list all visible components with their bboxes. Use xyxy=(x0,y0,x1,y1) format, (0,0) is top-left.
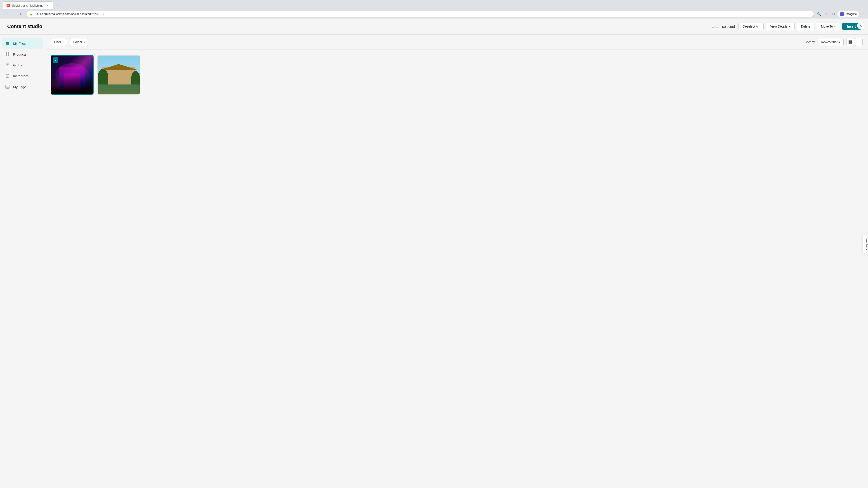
chevron-down-icon: ▾ xyxy=(789,25,790,28)
move-to-chevron-icon: ▾ xyxy=(834,25,836,28)
sidebar-item-my-logo[interactable]: My Logo xyxy=(2,82,43,92)
giphy-label: Giphy xyxy=(13,63,22,67)
svg-rect-12 xyxy=(850,40,852,42)
main-layout: My Files Products xyxy=(0,35,868,488)
svg-rect-17 xyxy=(857,43,860,43)
my-logo-icon xyxy=(4,84,10,90)
bookmark-button[interactable]: ☆ xyxy=(823,11,829,17)
filter-chevron-icon: ▾ xyxy=(62,41,64,43)
my-files-icon xyxy=(4,40,10,46)
my-logo-label: My Logo xyxy=(13,85,26,89)
products-label: Products xyxy=(13,53,26,56)
menu-button[interactable]: ⋮ xyxy=(860,11,866,17)
deselect-all-button[interactable]: Deselect All xyxy=(739,23,764,30)
image-item-2[interactable] xyxy=(97,55,140,95)
sidebar-item-my-files[interactable]: My Files xyxy=(2,38,43,48)
forward-button[interactable]: → xyxy=(10,11,16,17)
my-files-label: My Files xyxy=(13,41,26,45)
action-buttons: View Details ▾ Delete Move To ▾ Insert xyxy=(766,23,861,30)
browser-toolbar: ← → ↻ 🔒 us21.admin.mailchimp.com/social-… xyxy=(0,9,868,19)
url-text: us21.admin.mailchimp.com/social-posts/ed… xyxy=(35,12,104,15)
incognito-button[interactable]: 👤 Incognito xyxy=(837,11,859,17)
sort-controls: Sort by Newest first ▾ xyxy=(805,38,863,46)
instagram-icon xyxy=(4,73,10,79)
app-container: × Content studio 1 item selected Deselec… xyxy=(0,19,868,488)
image-temple xyxy=(98,56,140,94)
selected-count: 1 item selected xyxy=(712,25,735,29)
filter-controls: Filter ▾ Folder ▾ xyxy=(51,38,88,46)
svg-rect-11 xyxy=(848,40,850,42)
move-to-button[interactable]: Move To ▾ xyxy=(817,23,840,30)
tab-title: Social posts | Mailchimp xyxy=(12,4,43,7)
sidebar-item-giphy[interactable]: Giphy xyxy=(2,60,43,70)
svg-rect-1 xyxy=(6,53,7,54)
tab-close-button[interactable]: × xyxy=(45,3,49,7)
grid-view-button[interactable] xyxy=(846,38,854,46)
browser-chrome: M Social posts | Mailchimp × + ← → ↻ 🔒 u… xyxy=(0,0,868,19)
svg-point-10 xyxy=(6,86,7,87)
address-bar[interactable]: 🔒 us21.admin.mailchimp.com/social-posts/… xyxy=(26,11,814,17)
svg-rect-13 xyxy=(848,42,850,43)
lock-icon: 🔒 xyxy=(30,12,33,15)
tab-favicon: M xyxy=(6,4,10,7)
svg-rect-2 xyxy=(8,53,9,54)
header-actions: 1 item selected Deselect All View Detail… xyxy=(712,23,861,30)
new-tab-button[interactable]: + xyxy=(54,2,60,8)
svg-rect-3 xyxy=(6,55,7,56)
view-toggle xyxy=(846,38,863,46)
image-item-1[interactable]: ✓ xyxy=(51,55,94,95)
sidebar: My Files Products xyxy=(0,35,45,488)
browser-tabs-row: M Social posts | Mailchimp × + xyxy=(0,0,868,9)
svg-rect-15 xyxy=(857,41,860,41)
svg-rect-14 xyxy=(850,42,852,43)
folder-chevron-icon: ▾ xyxy=(84,41,85,43)
toolbar-actions: 🔍 ☆ □ 👤 Incognito ⋮ xyxy=(816,11,866,17)
active-browser-tab[interactable]: M Social posts | Mailchimp × xyxy=(3,1,53,9)
svg-point-7 xyxy=(7,75,8,77)
filter-toolbar: Filter ▾ Folder ▾ Sort by Newest first ▾ xyxy=(45,35,868,50)
instagram-label: Instagram xyxy=(13,74,28,78)
sidebar-item-instagram[interactable]: Instagram xyxy=(2,71,43,81)
content-studio-header: Content studio 1 item selected Deselect … xyxy=(0,19,868,35)
selection-toolbar: 1 item selected Deselect All xyxy=(712,23,764,30)
feedback-tab[interactable]: Feedback xyxy=(863,234,868,254)
image-grid: ✓ xyxy=(45,50,868,100)
delete-button[interactable]: Delete xyxy=(797,23,814,30)
folder-button[interactable]: Folder ▾ xyxy=(70,38,88,46)
content-area: Filter ▾ Folder ▾ Sort by Newest first ▾ xyxy=(45,35,868,488)
reload-button[interactable]: ↻ xyxy=(18,11,24,17)
products-icon xyxy=(4,51,10,57)
svg-point-8 xyxy=(8,75,9,75)
sort-by-label: Sort by xyxy=(805,40,815,44)
svg-rect-16 xyxy=(857,42,860,42)
extensions-button[interactable]: □ xyxy=(830,11,837,17)
list-view-button[interactable] xyxy=(855,38,863,46)
back-button[interactable]: ← xyxy=(2,11,8,17)
sort-option-text: Newest first xyxy=(821,40,837,44)
incognito-avatar: 👤 xyxy=(840,12,844,16)
search-button[interactable]: 🔍 xyxy=(816,11,822,17)
content-studio-title: Content studio xyxy=(7,24,42,29)
sort-select[interactable]: Newest first ▾ xyxy=(817,38,844,46)
svg-rect-4 xyxy=(8,55,9,56)
incognito-label: Incognito xyxy=(846,12,857,15)
sort-chevron-icon: ▾ xyxy=(839,41,840,43)
giphy-icon xyxy=(4,62,10,68)
sidebar-item-products[interactable]: Products xyxy=(2,49,43,59)
image-checkbox-1: ✓ xyxy=(53,57,58,63)
view-details-button[interactable]: View Details ▾ xyxy=(766,23,795,30)
modal-close-button[interactable]: × xyxy=(857,22,864,29)
filter-button[interactable]: Filter ▾ xyxy=(51,38,67,46)
svg-rect-9 xyxy=(6,85,9,89)
